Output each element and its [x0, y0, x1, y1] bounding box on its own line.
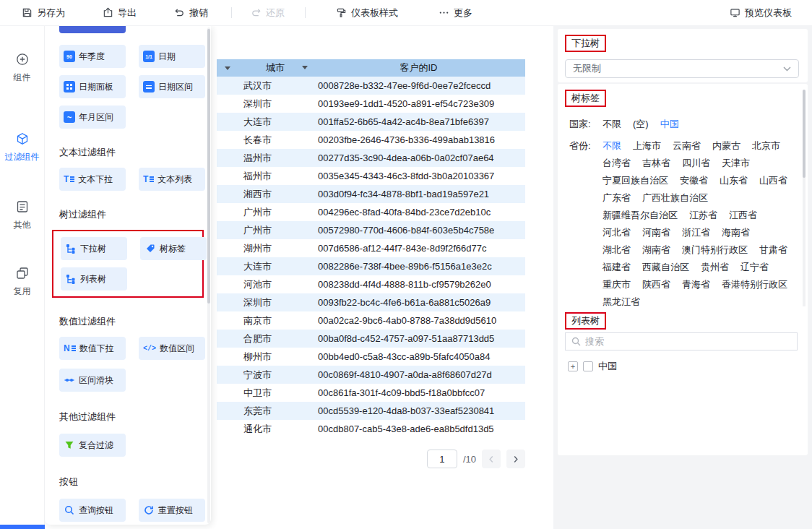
province-tag[interactable]: 贵州省 [701, 261, 729, 274]
table-header-cell-cutoff[interactable] [217, 59, 238, 77]
more-button[interactable]: 更多 [439, 7, 472, 20]
panel-scrollbar-thumb[interactable] [207, 29, 210, 304]
export-button[interactable]: 导出 [103, 7, 137, 20]
province-tag[interactable]: 广东省 [602, 192, 631, 205]
table-row: 大连市 001ffa52-6b65-4a42-ac4b-8ea71bfe6397 [217, 113, 525, 131]
table-pagination: /10 [217, 450, 525, 468]
preview-dashboard-button[interactable]: 预览仪表板 [730, 7, 792, 20]
undo-button[interactable]: 撤销 [174, 7, 208, 20]
dashboard-style-button[interactable]: 仪表板样式 [336, 7, 398, 20]
slider-icon [64, 374, 75, 386]
province-tag[interactable]: 云南省 [673, 139, 701, 152]
node-checkbox[interactable] [583, 361, 593, 371]
filter-button-date[interactable]: 1/1 日期 [139, 45, 205, 68]
filter-button-date-panel[interactable]: 日期面板 [59, 75, 126, 98]
province-tag[interactable]: 山东省 [720, 174, 748, 187]
table-cell-customer-id: 00277d35-3c90-4dea-a06b-0a02cf07ae64 [312, 152, 525, 163]
province-tag[interactable]: 甘肃省 [759, 244, 787, 257]
table-cell-city: 南京市 [238, 314, 312, 327]
province-tag[interactable]: 海南省 [722, 226, 750, 239]
next-page-button[interactable] [506, 450, 525, 468]
province-tag[interactable]: 北京市 [752, 139, 780, 152]
table-header-cell-customer-id[interactable]: 客户的ID [312, 59, 525, 77]
table-header-cell-city[interactable]: 城市 [238, 59, 312, 77]
filter-button-text-dropdown[interactable]: T 文本下拉 [59, 168, 126, 191]
save-as-button[interactable]: 另存为 [22, 7, 65, 20]
province-tag[interactable]: 天津市 [722, 157, 750, 170]
filter-dropdown-icon[interactable] [302, 66, 308, 69]
province-tag[interactable]: 湖南省 [642, 244, 670, 257]
province-tag[interactable]: 新疆维吾尔自治区 [602, 209, 678, 222]
province-tag[interactable]: 台湾省 [602, 157, 631, 170]
country-tag[interactable]: (空) [633, 118, 649, 131]
expand-node-icon[interactable]: + [568, 361, 578, 371]
province-tag[interactable]: 内蒙古 [712, 139, 740, 152]
province-tag[interactable]: 湖北省 [602, 244, 631, 257]
column-header-label: 城市 [266, 61, 285, 74]
province-tag[interactable]: 陕西省 [642, 278, 670, 291]
export-label: 导出 [118, 7, 137, 20]
filter-button-numeric-dropdown[interactable]: N 数值下拉 [59, 337, 126, 360]
sidebar-item-other[interactable]: 其他 [0, 199, 44, 231]
filter-button-range-slider[interactable]: 区间滑块 [59, 369, 126, 392]
redo-button[interactable]: 还原 [251, 7, 285, 20]
sidebar-item-filter-components[interactable]: 过滤组件 [0, 132, 44, 163]
province-tag[interactable]: 香港特别行政区 [722, 278, 787, 291]
filter-button-numeric-range[interactable]: </> 数值区间 [139, 337, 205, 360]
filter-button-month-range[interactable]: ~ 年月区间 [59, 106, 126, 129]
card-scrollbar-track [803, 90, 805, 325]
page-number-input[interactable] [427, 450, 457, 468]
sidebar-item-reuse[interactable]: 复用 [0, 266, 44, 298]
button-label: 重置按钮 [158, 504, 193, 517]
scrolled-cutoff-button[interactable] [59, 26, 126, 33]
filter-button-tree-tag[interactable]: 树标签 [140, 237, 207, 260]
sidebar-item-label: 组件 [14, 72, 31, 84]
filter-button-list-tree[interactable]: 列表树 [61, 267, 127, 291]
filter-button-reset[interactable]: 重置按钮 [139, 499, 205, 522]
province-tag[interactable]: 澳门特别行政区 [682, 244, 748, 257]
province-tag[interactable]: 福建省 [602, 261, 631, 274]
province-tag[interactable]: 辽宁省 [740, 261, 769, 274]
country-tag[interactable]: 中国 [660, 118, 679, 131]
province-tag[interactable]: 广西壮族自治区 [642, 192, 708, 205]
province-tag[interactable]: 上海市 [633, 139, 661, 152]
previous-page-button[interactable] [482, 450, 501, 468]
province-tag[interactable]: 宁夏回族自治区 [602, 174, 668, 187]
table-cell-city: 福州市 [238, 170, 312, 183]
country-tag[interactable]: 不限 [602, 118, 621, 131]
province-tag[interactable]: 四川省 [682, 157, 710, 170]
province-tag[interactable]: 吉林省 [642, 157, 670, 170]
table-cell-city: 武汉市 [238, 79, 312, 93]
province-tag[interactable]: 河南省 [642, 226, 670, 239]
sidebar-item-components[interactable]: 组件 [0, 52, 44, 84]
tree-node-label[interactable]: 中国 [598, 360, 617, 373]
filter-dropdown-icon[interactable] [225, 66, 230, 70]
filter-button-compound-filter[interactable]: 复合过滤 [59, 434, 126, 457]
button-label: 复合过滤 [79, 439, 113, 452]
table-cell-city: 河池市 [238, 278, 312, 291]
province-tag[interactable]: 不限 [602, 139, 621, 152]
tree-search-input[interactable] [585, 336, 791, 347]
province-tag[interactable]: 江苏省 [689, 209, 717, 222]
dropdown-tree-select[interactable]: 无限制 [565, 59, 799, 78]
province-tag[interactable]: 浙江省 [682, 226, 710, 239]
table-cell-city: 深圳市 [238, 296, 312, 309]
filter-button-dropdown-tree[interactable]: 下拉树 [61, 237, 127, 260]
annotation-label-list-tree: 列表树 [565, 312, 606, 330]
filter-button-date-range[interactable]: 日期区间 [139, 75, 205, 98]
province-tag[interactable]: 安徽省 [680, 174, 708, 187]
card-scrollbar-thumb[interactable] [803, 90, 805, 178]
province-tag[interactable]: 江西省 [729, 209, 757, 222]
reset-icon [143, 504, 155, 516]
province-tag[interactable]: 重庆市 [602, 278, 631, 291]
table-cell-customer-id: 00cd5539-e120-4da8-b037-33eaf5230841 [312, 405, 525, 416]
province-tag[interactable]: 山西省 [759, 174, 787, 187]
province-tag[interactable]: 西藏自治区 [642, 261, 689, 274]
province-tag[interactable]: 青海省 [682, 278, 710, 291]
filter-button-text-list[interactable]: T 文本列表 [139, 168, 205, 191]
filter-button-year-quarter[interactable]: 90 年季度 [59, 45, 126, 68]
table-row: 湘西市 003d0f94-fc34-4878-8bf1-bad19a597e21 [217, 185, 525, 203]
filter-button-query[interactable]: 查询按钮 [59, 499, 126, 522]
province-tag[interactable]: 河北省 [602, 226, 631, 239]
redo-icon [251, 7, 262, 18]
